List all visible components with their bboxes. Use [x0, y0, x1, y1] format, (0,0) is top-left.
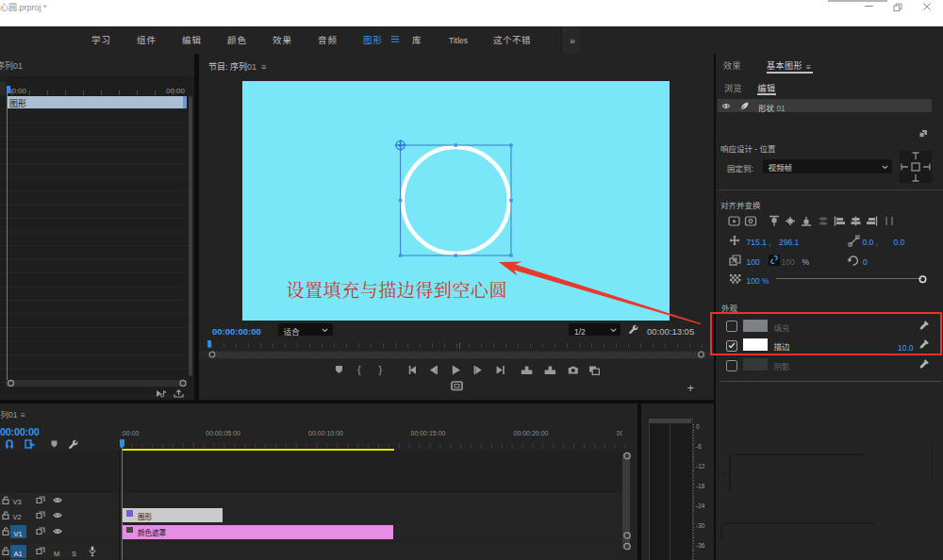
svg-text:{: { [357, 364, 361, 375]
svg-text:}: } [379, 364, 383, 375]
